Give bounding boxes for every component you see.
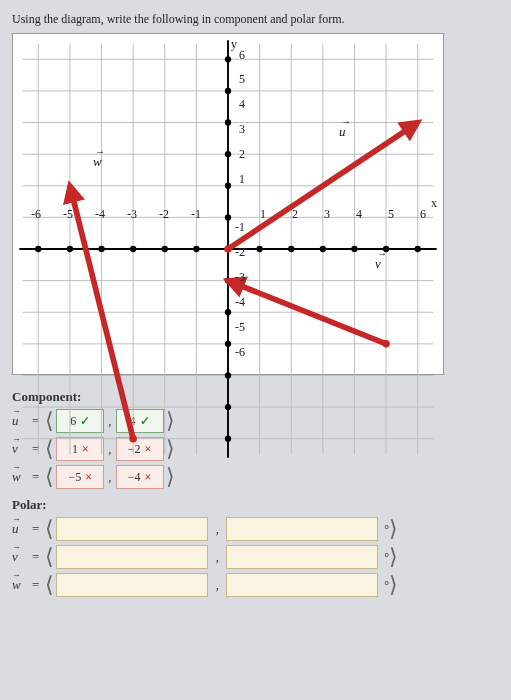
w-symbol: →w bbox=[12, 469, 26, 485]
svg-point-55 bbox=[129, 435, 137, 443]
tick-xn2: -2 bbox=[159, 207, 169, 222]
v-polar-r[interactable] bbox=[56, 545, 208, 569]
u-symbol-polar: →u bbox=[12, 521, 26, 537]
svg-point-26 bbox=[35, 246, 41, 252]
v-symbol-polar: →v bbox=[12, 549, 26, 565]
svg-point-39 bbox=[225, 404, 231, 410]
tick-y5: 5 bbox=[239, 72, 245, 87]
svg-point-30 bbox=[162, 246, 168, 252]
tick-y2: 2 bbox=[239, 147, 245, 162]
vector-graph: y x 6 5 4 3 2 1 -1 -2 -3 -4 -5 -6 -6 -5 … bbox=[12, 33, 444, 375]
svg-point-32 bbox=[256, 246, 262, 252]
svg-point-47 bbox=[225, 119, 231, 125]
tick-x2: 2 bbox=[292, 207, 298, 222]
cross-icon: × bbox=[85, 470, 92, 485]
tick-yn6: -6 bbox=[235, 345, 245, 360]
tick-yn3: -3 bbox=[235, 270, 245, 285]
tick-x5: 5 bbox=[388, 207, 394, 222]
svg-point-42 bbox=[225, 309, 231, 315]
svg-point-35 bbox=[351, 246, 357, 252]
question-prompt: Using the diagram, write the following i… bbox=[12, 12, 499, 27]
polar-row-w: →w = ⟨ , ° ⟩ bbox=[12, 573, 499, 597]
tick-xn6: -6 bbox=[31, 207, 41, 222]
component-row-w: →w = ⟨ −5× , −4× ⟩ bbox=[12, 465, 499, 489]
tick-yn1: -1 bbox=[235, 220, 245, 235]
tick-xn3: -3 bbox=[127, 207, 137, 222]
tick-xn5: -5 bbox=[63, 207, 73, 222]
tick-xn4: -4 bbox=[95, 207, 105, 222]
svg-point-37 bbox=[415, 246, 421, 252]
tick-yn5: -5 bbox=[235, 320, 245, 335]
u-symbol: →u bbox=[12, 413, 26, 429]
vec-v-label: →v bbox=[375, 256, 381, 272]
tick-y1: 1 bbox=[239, 172, 245, 187]
x-axis-label: x bbox=[431, 196, 437, 211]
svg-point-38 bbox=[225, 436, 231, 442]
w-polar-r[interactable] bbox=[56, 573, 208, 597]
y-axis-label: y bbox=[231, 37, 237, 52]
tick-x3: 3 bbox=[324, 207, 330, 222]
svg-point-29 bbox=[130, 246, 136, 252]
tick-y6: 6 bbox=[239, 48, 245, 63]
w-component-b[interactable]: −4× bbox=[116, 465, 164, 489]
tick-yn2: -2 bbox=[235, 245, 245, 260]
tick-yn4: -4 bbox=[235, 295, 245, 310]
svg-point-53 bbox=[224, 245, 232, 253]
svg-point-31 bbox=[193, 246, 199, 252]
tick-x4: 4 bbox=[356, 207, 362, 222]
svg-point-48 bbox=[225, 88, 231, 94]
v-polar-theta[interactable] bbox=[226, 545, 378, 569]
svg-point-27 bbox=[67, 246, 73, 252]
polar-row-u: →u = ⟨ , ° ⟩ bbox=[12, 517, 499, 541]
svg-point-34 bbox=[320, 246, 326, 252]
svg-point-40 bbox=[225, 372, 231, 378]
svg-point-45 bbox=[225, 183, 231, 189]
w-polar-theta[interactable] bbox=[226, 573, 378, 597]
cross-icon: × bbox=[145, 470, 152, 485]
vec-w-label: →w bbox=[93, 154, 102, 170]
vec-u-label: →u bbox=[339, 124, 346, 140]
svg-point-28 bbox=[98, 246, 104, 252]
tick-x6: 6 bbox=[420, 207, 426, 222]
u-polar-r[interactable] bbox=[56, 517, 208, 541]
polar-heading: Polar: bbox=[12, 497, 499, 513]
tick-y3: 3 bbox=[239, 122, 245, 137]
svg-point-46 bbox=[225, 151, 231, 157]
svg-point-44 bbox=[225, 214, 231, 220]
w-symbol-polar: →w bbox=[12, 577, 26, 593]
u-polar-theta[interactable] bbox=[226, 517, 378, 541]
svg-point-54 bbox=[382, 340, 390, 348]
tick-xn1: -1 bbox=[191, 207, 201, 222]
v-symbol: →v bbox=[12, 441, 26, 457]
tick-y4: 4 bbox=[239, 97, 245, 112]
svg-point-33 bbox=[288, 246, 294, 252]
svg-point-41 bbox=[225, 341, 231, 347]
w-component-a[interactable]: −5× bbox=[56, 465, 104, 489]
polar-row-v: →v = ⟨ , ° ⟩ bbox=[12, 545, 499, 569]
tick-x1: 1 bbox=[260, 207, 266, 222]
svg-point-49 bbox=[225, 56, 231, 62]
